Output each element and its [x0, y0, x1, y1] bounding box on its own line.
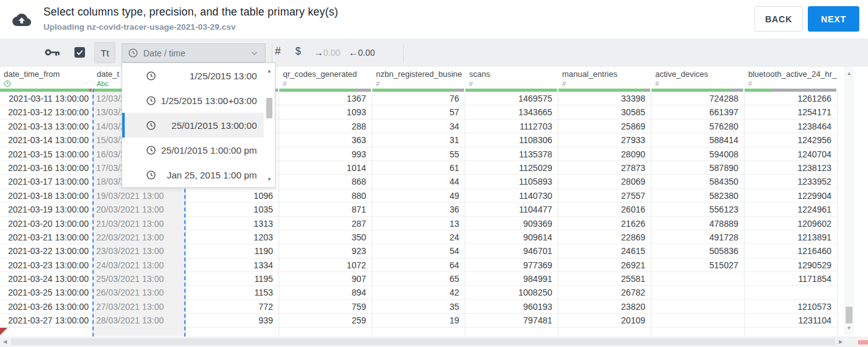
table-cell[interactable]: 28069: [558, 175, 651, 188]
back-button[interactable]: BACK: [754, 6, 803, 32]
table-cell[interactable]: 491728: [651, 231, 745, 244]
column-header-qr_codes_generated[interactable]: qr_codes_generated#: [279, 67, 372, 89]
number-type-button[interactable]: #: [275, 45, 280, 58]
horizontal-scrollbar-thumb[interactable]: [11, 338, 835, 345]
table-cell[interactable]: 2021-03-21 13:00:00: [0, 231, 93, 244]
table-cell[interactable]: 724288: [651, 92, 745, 105]
table-cell[interactable]: 1224961: [745, 203, 838, 216]
table-cell[interactable]: [279, 328, 372, 336]
table-cell[interactable]: 23820: [558, 300, 651, 314]
table-cell[interactable]: 20/03/2021 13:00: [93, 203, 186, 216]
table-cell[interactable]: 1238464: [745, 120, 838, 133]
increase-decimal-button[interactable]: →0.00: [314, 47, 340, 58]
table-cell[interactable]: 505836: [651, 244, 745, 258]
table-cell[interactable]: 1261266: [745, 92, 838, 105]
table-cell[interactable]: 478889: [651, 217, 745, 231]
table-cell[interactable]: 2021-03-18 13:00:00: [0, 189, 93, 203]
table-cell[interactable]: 2021-03-23 13:00:00: [0, 258, 93, 272]
column-type-select[interactable]: Date / time: [122, 43, 266, 63]
table-cell[interactable]: 64: [372, 258, 465, 272]
table-cell[interactable]: 759: [279, 300, 372, 314]
table-cell[interactable]: 2021-03-14 13:00:00: [0, 133, 93, 147]
table-cell[interactable]: 20109: [558, 314, 651, 327]
table-cell[interactable]: 894: [279, 286, 372, 299]
table-cell[interactable]: 21/03/2021 13:00: [93, 217, 186, 231]
table-cell[interactable]: 1254171: [745, 105, 838, 119]
table-cell[interactable]: 1112703: [465, 120, 558, 133]
table-cell[interactable]: 24/03/2021 13:00: [93, 258, 186, 272]
table-cell[interactable]: 576280: [651, 120, 745, 133]
table-cell[interactable]: 2021-03-11 13:00:00: [0, 92, 93, 105]
table-cell[interactable]: 2021-03-16 13:00:00: [0, 161, 93, 175]
table-cell[interactable]: 1233952: [745, 175, 838, 188]
table-cell[interactable]: 36: [372, 203, 465, 216]
table-cell[interactable]: 19/03/2021 13:00: [93, 189, 186, 203]
table-cell[interactable]: [186, 328, 279, 336]
table-cell[interactable]: 594008: [651, 147, 745, 161]
table-cell[interactable]: 2021-03-20 13:00:00: [0, 217, 93, 231]
table-cell[interactable]: 21626: [558, 217, 651, 231]
table-cell[interactable]: 19: [372, 314, 465, 327]
table-cell[interactable]: 1213891: [745, 231, 838, 244]
table-cell[interactable]: 797481: [465, 314, 558, 327]
table-cell[interactable]: 582380: [651, 189, 745, 203]
table-cell[interactable]: 54: [372, 244, 465, 258]
table-cell[interactable]: 57: [372, 105, 465, 119]
table-cell[interactable]: 1096: [186, 189, 279, 203]
table-cell[interactable]: 287: [279, 217, 372, 231]
scroll-down-icon[interactable]: ▼: [844, 325, 854, 331]
table-cell[interactable]: 31: [372, 133, 465, 147]
table-cell[interactable]: 584350: [651, 175, 745, 188]
vertical-scrollbar[interactable]: ▲ ▼: [844, 67, 854, 335]
column-header-date_time_from[interactable]: date_time_from: [0, 67, 93, 89]
table-cell[interactable]: [651, 286, 745, 299]
table-cell[interactable]: [651, 314, 745, 327]
table-cell[interactable]: 1290529: [745, 258, 838, 272]
table-cell[interactable]: 25869: [558, 120, 651, 133]
scroll-up-icon[interactable]: ▲: [844, 71, 854, 76]
table-cell[interactable]: 2021-03-27 13:00:00: [0, 314, 93, 327]
table-cell[interactable]: 960193: [465, 300, 558, 314]
scroll-left-icon[interactable]: ◀: [3, 339, 7, 345]
table-cell[interactable]: 1242956: [745, 133, 838, 147]
table-cell[interactable]: 27557: [558, 189, 651, 203]
table-cell[interactable]: 350: [279, 231, 372, 244]
table-cell[interactable]: 1203: [186, 231, 279, 244]
scroll-right-icon[interactable]: ▶: [839, 339, 843, 345]
table-cell[interactable]: 1171854: [745, 272, 838, 286]
table-cell[interactable]: 2021-03-17 13:00:00: [0, 175, 93, 188]
table-cell[interactable]: 26921: [558, 258, 651, 272]
table-cell[interactable]: 26782: [558, 286, 651, 299]
table-cell[interactable]: 1240704: [745, 147, 838, 161]
table-cell[interactable]: 27933: [558, 133, 651, 147]
table-cell[interactable]: 868: [279, 175, 372, 188]
table-cell[interactable]: 288: [279, 120, 372, 133]
table-cell[interactable]: 2021-03-19 13:00:00: [0, 203, 93, 216]
table-cell[interactable]: 49: [372, 189, 465, 203]
table-cell[interactable]: 772: [186, 300, 279, 314]
table-cell[interactable]: 1190: [186, 244, 279, 258]
table-cell[interactable]: 25581: [558, 272, 651, 286]
table-cell[interactable]: 1210573: [745, 300, 838, 314]
table-cell[interactable]: 25/03/2021 13:00: [93, 272, 186, 286]
dropdown-scrollbar-thumb[interactable]: [266, 98, 272, 118]
dropdown-item[interactable]: 1/25/2015 13:00: [122, 63, 264, 88]
table-cell[interactable]: 1035: [186, 203, 279, 216]
table-cell[interactable]: 909614: [465, 231, 558, 244]
table-cell[interactable]: 22/03/2021 13:00: [93, 231, 186, 244]
table-cell[interactable]: 33398: [558, 92, 651, 105]
table-cell[interactable]: 30585: [558, 105, 651, 119]
table-cell[interactable]: 24: [372, 231, 465, 244]
table-cell[interactable]: [0, 328, 93, 336]
table-cell[interactable]: [745, 328, 838, 336]
table-cell[interactable]: [651, 300, 745, 314]
table-cell[interactable]: 2021-03-12 13:00:00: [0, 105, 93, 119]
table-cell[interactable]: 556123: [651, 203, 745, 216]
table-cell[interactable]: 1072: [279, 258, 372, 272]
table-cell[interactable]: 2021-03-25 13:00:00: [0, 286, 93, 299]
table-cell[interactable]: 1367: [279, 92, 372, 105]
table-cell[interactable]: 1153: [186, 286, 279, 299]
table-cell[interactable]: 1140730: [465, 189, 558, 203]
table-cell[interactable]: [651, 328, 745, 336]
table-cell[interactable]: 946701: [465, 244, 558, 258]
